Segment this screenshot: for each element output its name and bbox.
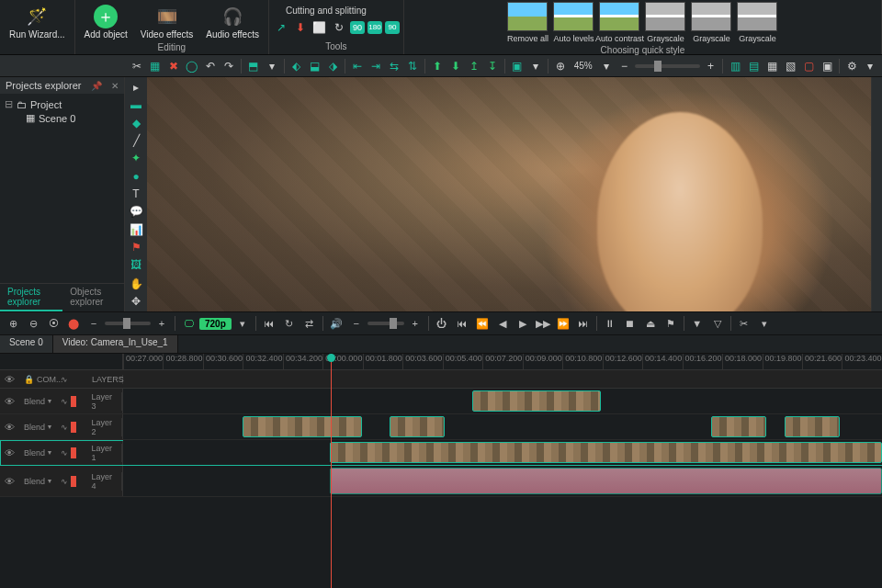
eye-icon[interactable]: 👁 bbox=[5, 422, 15, 433]
resolution-badge[interactable]: 720p bbox=[199, 318, 232, 330]
zoom-dropdown[interactable]: ▾ bbox=[598, 57, 615, 75]
clip[interactable] bbox=[785, 416, 840, 437]
hand-tool[interactable]: ✋ bbox=[127, 275, 145, 291]
split-dropdown[interactable]: ▾ bbox=[755, 314, 774, 333]
transport-plus-icon[interactable]: ⊕ bbox=[4, 314, 22, 333]
forward-button[interactable]: ↥ bbox=[466, 57, 482, 75]
tool-badge-90-icon[interactable]: 90 bbox=[350, 21, 365, 34]
track-layer-2[interactable]: 👁 Blend▾ ∿ Layer 2 bbox=[0, 414, 882, 440]
delete-button[interactable]: ✖ bbox=[165, 57, 182, 75]
eye-icon[interactable]: 👁 bbox=[5, 374, 15, 385]
prev-frame-icon[interactable]: ⏮ bbox=[260, 314, 278, 333]
bring-front-button[interactable]: ⬆ bbox=[429, 57, 446, 75]
pointer-tool[interactable]: ▸ bbox=[127, 79, 145, 96]
cut-button[interactable]: ✂ bbox=[129, 57, 145, 75]
align-top-button[interactable]: ⬒ bbox=[245, 57, 262, 75]
pin-icon[interactable]: 📌 bbox=[91, 81, 102, 91]
bounds-button[interactable]: ▢ bbox=[800, 57, 817, 75]
tab-projects-explorer[interactable]: Projects explorer bbox=[0, 284, 62, 311]
tool-crop-icon[interactable]: ⬜ bbox=[311, 19, 328, 36]
screen-icon[interactable]: 🖵 bbox=[179, 314, 198, 333]
chevron-down-icon[interactable]: ▾ bbox=[264, 57, 280, 75]
stop-icon[interactable]: ⏹ bbox=[621, 314, 639, 333]
send-back-button[interactable]: ⬇ bbox=[447, 57, 464, 75]
group-button[interactable]: ▣ bbox=[509, 57, 526, 75]
transport-zoom-out[interactable]: − bbox=[85, 314, 103, 333]
quickstyle-grayscale-2[interactable]: Grayscale bbox=[691, 2, 731, 31]
tool-badge-270-icon[interactable]: 90 bbox=[385, 21, 400, 34]
go-end-icon[interactable]: ⏭ bbox=[574, 314, 593, 333]
zoom-in-button[interactable]: + bbox=[702, 57, 718, 75]
loop-icon[interactable]: ↻ bbox=[280, 314, 299, 333]
run-wizard-button[interactable]: 🪄 Run Wizard... bbox=[4, 2, 71, 41]
brush-tool[interactable]: ✦ bbox=[127, 150, 145, 166]
tab-video-camera[interactable]: Video: Camera_In_Use_1 bbox=[53, 335, 178, 353]
line-tool[interactable]: ╱ bbox=[127, 132, 145, 149]
shape-tool[interactable]: ◆ bbox=[127, 115, 145, 131]
go-start-icon[interactable]: ⏮ bbox=[453, 314, 471, 333]
clip[interactable] bbox=[330, 442, 882, 463]
collapse-icon[interactable]: ⊟ bbox=[4, 98, 13, 110]
view-1-button[interactable]: ▥ bbox=[727, 57, 743, 75]
color-icon[interactable] bbox=[71, 476, 76, 487]
vol-down[interactable]: − bbox=[347, 314, 366, 333]
shuffle-icon[interactable]: ⇄ bbox=[300, 314, 319, 333]
record-button[interactable]: ◯ bbox=[184, 57, 200, 75]
res-dropdown[interactable]: ▾ bbox=[233, 314, 252, 333]
vol-up[interactable]: + bbox=[406, 314, 424, 333]
tree-root-project[interactable]: ⊟ 🗀 Project bbox=[4, 97, 120, 111]
transport-minus-icon[interactable]: ⊖ bbox=[24, 314, 42, 333]
clip[interactable] bbox=[472, 390, 601, 412]
pause-icon[interactable]: ⏸ bbox=[601, 314, 619, 333]
toolbar-menu[interactable]: ▾ bbox=[862, 57, 878, 75]
zoom-target-icon[interactable]: ⊕ bbox=[552, 57, 569, 75]
tool-arrow-icon[interactable]: ↗ bbox=[273, 19, 289, 36]
track-layer-4[interactable]: 👁 Blend▾ ∿ Layer 4 bbox=[0, 466, 882, 497]
transport-record-icon[interactable]: ⬤ bbox=[64, 314, 83, 333]
flag-icon[interactable]: ⚑ bbox=[662, 314, 680, 333]
step-fwd-icon[interactable]: ▶▶ bbox=[534, 314, 552, 333]
zoom-out-button[interactable]: − bbox=[616, 57, 633, 75]
tool-badge-180-icon[interactable]: 180 bbox=[368, 21, 382, 34]
clip[interactable] bbox=[243, 416, 362, 437]
marker-1-icon[interactable]: ▼ bbox=[688, 314, 707, 333]
text-tool[interactable]: T bbox=[127, 186, 145, 202]
eye-icon[interactable]: 👁 bbox=[5, 476, 15, 487]
clip[interactable] bbox=[390, 416, 445, 437]
audio-clip[interactable] bbox=[330, 468, 882, 494]
playhead[interactable] bbox=[331, 354, 332, 588]
video-effects-button[interactable]: 🎞️ Video effects bbox=[135, 2, 198, 41]
align-left-button[interactable]: ⬖ bbox=[288, 57, 305, 75]
zoom-slider[interactable] bbox=[635, 64, 701, 68]
eye-icon[interactable]: 👁 bbox=[5, 396, 15, 407]
step-back-icon[interactable]: ◀ bbox=[493, 314, 512, 333]
view-3-button[interactable]: ▦ bbox=[763, 57, 780, 75]
comment-tool[interactable]: 💬 bbox=[127, 203, 145, 220]
quickstyle-grayscale-1[interactable]: Grayscale bbox=[645, 2, 685, 31]
distribute-v-button[interactable]: ⇥ bbox=[368, 57, 384, 75]
split-icon[interactable]: ✂ bbox=[735, 314, 753, 333]
copy-button[interactable]: ▦ bbox=[147, 57, 164, 75]
gear-icon[interactable]: ⚙ bbox=[843, 57, 860, 75]
track-layer-1[interactable]: 👁 Blend▾ ∿ Layer 1 bbox=[0, 440, 882, 466]
distribute-h-button[interactable]: ⇤ bbox=[349, 57, 366, 75]
view-4-button[interactable]: ▧ bbox=[782, 57, 798, 75]
close-panel-icon[interactable]: ✕ bbox=[111, 81, 119, 91]
tool-marker-icon[interactable]: ⬇ bbox=[292, 19, 309, 36]
backward-button[interactable]: ↧ bbox=[484, 57, 501, 75]
undo-button[interactable]: ↶ bbox=[202, 57, 219, 75]
volume-icon[interactable]: 🔊 bbox=[327, 314, 345, 333]
preview-area[interactable] bbox=[147, 77, 871, 311]
clip[interactable] bbox=[711, 416, 766, 437]
view-2-button[interactable]: ▤ bbox=[745, 57, 762, 75]
audio-effects-button[interactable]: 🎧 Audio effects bbox=[200, 2, 265, 41]
track-layer-3[interactable]: 👁 Blend▾ ∿ Layer 3 bbox=[0, 389, 882, 414]
tab-objects-explorer[interactable]: Objects explorer bbox=[62, 284, 124, 311]
align-center-button[interactable]: ⬓ bbox=[307, 57, 323, 75]
quickstyle-grayscale-3[interactable]: Grayscale bbox=[737, 2, 777, 31]
color-icon[interactable] bbox=[71, 396, 76, 407]
marker-2-icon[interactable]: ▽ bbox=[708, 314, 727, 333]
color-icon[interactable] bbox=[71, 422, 76, 433]
color-icon[interactable] bbox=[71, 447, 76, 458]
center-h-button[interactable]: ⇆ bbox=[386, 57, 402, 75]
